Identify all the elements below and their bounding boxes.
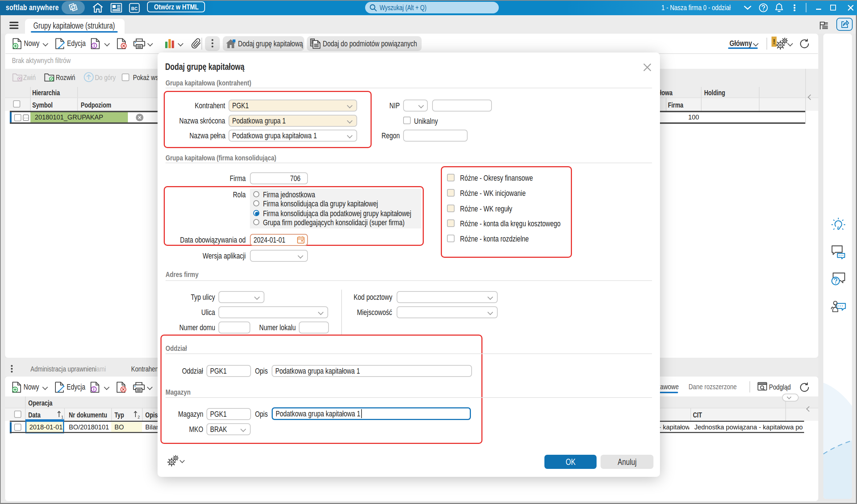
svg-text:2: 2 [138,415,140,419]
svg-text:BC: BC [131,6,138,11]
svg-text:1: 1 [61,415,63,419]
